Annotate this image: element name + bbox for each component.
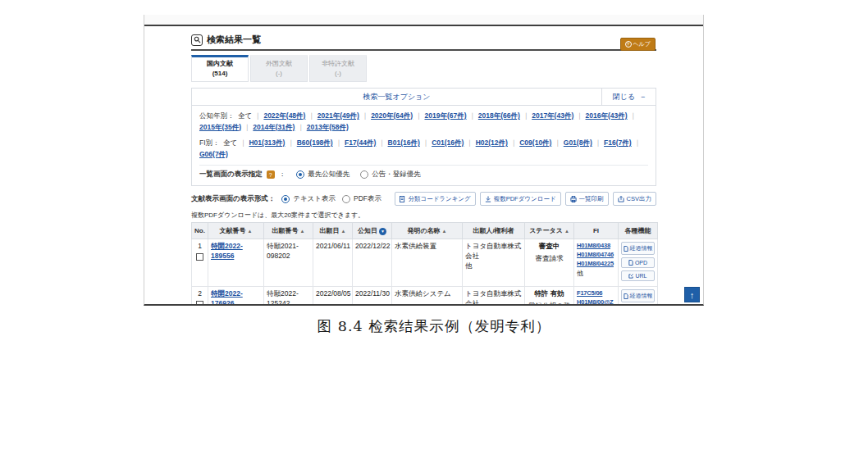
radio-label: テキスト表示 xyxy=(293,194,336,204)
publication-date: 2022/12/22 xyxy=(355,242,391,250)
row-number: 2 xyxy=(198,289,202,298)
fi-filter-link[interactable]: B60(198件) xyxy=(285,139,332,147)
year-filter-link[interactable]: 2017年(43件) xyxy=(520,111,573,120)
radio-first-publication-priority[interactable]: 最先公知優先 xyxy=(296,170,349,179)
opd-button[interactable]: OPD xyxy=(621,257,655,268)
jplatpat-app: ? ヘルプ 検索結果一覧 国内文献 (514) 外国文献 (-) xyxy=(144,28,703,304)
options-title[interactable]: 検索一覧オプション xyxy=(192,89,601,105)
header-status[interactable]: ステータス▲ xyxy=(525,223,574,239)
fi-filter-link[interactable]: B01(16件) xyxy=(376,139,420,147)
question-icon: ? xyxy=(625,41,632,48)
header-publication-date[interactable]: 公知日▼ xyxy=(353,223,392,239)
radio-unselected-icon xyxy=(360,170,368,179)
tab-foreign-documents[interactable]: 外国文献 (-) xyxy=(250,55,308,82)
year-filter-link[interactable]: 2019年(67件) xyxy=(413,111,466,120)
progress-info-button[interactable]: 経過情報 xyxy=(621,289,655,302)
filing-date-cell: 2021/06/11 xyxy=(313,239,353,287)
help-button[interactable]: ? ヘルプ xyxy=(620,38,656,51)
button-label: 一覧印刷 xyxy=(579,195,604,203)
table-row: 2 特開2022-176926 特願2022-125242 2022/08/05… xyxy=(192,287,658,304)
button-label: URL xyxy=(635,273,646,279)
header-filing-date[interactable]: 出願日▲ xyxy=(313,223,353,239)
classification-ranking-button[interactable]: 分類コードランキング xyxy=(395,192,475,206)
button-label: 経過情報 xyxy=(630,292,653,300)
fi-filter-link[interactable]: F16(7件) xyxy=(592,139,632,147)
row-checkbox[interactable] xyxy=(196,253,203,261)
row-number: 1 xyxy=(198,242,202,250)
document-number-link[interactable]: 特開2022-189556 xyxy=(211,242,243,260)
header-invention-title[interactable]: 発明の名称▲ xyxy=(392,223,463,239)
fi-filter-link[interactable]: G01(8件) xyxy=(551,139,592,147)
print-list-button[interactable]: 一覧印刷 xyxy=(565,192,609,206)
year-filter-link[interactable]: 2018年(66件) xyxy=(467,111,520,120)
header-doc-number[interactable]: 文献番号▲ xyxy=(208,223,264,239)
document-icon xyxy=(624,246,628,252)
row-checkbox[interactable] xyxy=(196,301,203,304)
url-button[interactable]: URL xyxy=(621,270,655,281)
options-body: 公知年別： 全て2022年(48件)2021年(49件)2020年(64件)20… xyxy=(192,106,656,185)
tab-nonpatent-documents[interactable]: 非特許文献 (-) xyxy=(309,55,367,82)
year-filter-link[interactable]: 2016年(43件) xyxy=(573,111,627,120)
button-label: OPD xyxy=(635,260,647,266)
help-icon[interactable]: ? xyxy=(267,170,275,179)
multi-pdf-download-button[interactable]: 複数PDFダウンロード xyxy=(480,192,561,206)
button-label: CSV出力 xyxy=(627,195,651,203)
year-filter-all: 全て xyxy=(238,111,252,120)
year-filter-link[interactable]: 2022年(48件) xyxy=(252,111,305,120)
external-link-icon xyxy=(628,274,633,279)
app-number-cell: 特願2021-098202 xyxy=(264,239,313,287)
export-icon xyxy=(618,196,624,202)
progress-info-button[interactable]: 経過情報 xyxy=(621,242,655,255)
tab-label: 外国文献 xyxy=(251,59,307,69)
fi-code-link[interactable]: H01M8/00@Z xyxy=(577,298,615,304)
table-header-row: No. 文献番号▲ 出願番号▲ 出願日▲ 公知日▼ 発明の名称▲ 出願人/権利者… xyxy=(192,223,658,239)
fi-code-link[interactable]: H01M8/04225 xyxy=(577,260,615,269)
invention-title: 水素供給システム xyxy=(395,289,451,298)
fi-filter-link[interactable]: H01(313件) xyxy=(237,139,285,147)
tab-domestic-documents[interactable]: 国内文献 (514) xyxy=(191,55,249,82)
year-filter-link[interactable]: 2014年(31件) xyxy=(241,123,295,131)
radio-registration-priority[interactable]: 公告・登録優先 xyxy=(360,170,421,179)
radio-label: 最先公知優先 xyxy=(308,170,349,179)
year-filter-link[interactable]: 2021年(49件) xyxy=(305,111,359,120)
csv-export-button[interactable]: CSV出力 xyxy=(613,192,656,206)
invention-title-cell: 水素供給システム xyxy=(392,287,463,304)
back-to-top-button[interactable]: ↑ xyxy=(684,287,700,302)
table-row: 1 特開2022-189556 特願2021-098202 2021/06/11… xyxy=(192,239,658,287)
radio-text-display[interactable]: テキスト表示 xyxy=(281,194,336,204)
header-applicant: 出願人/権利者 xyxy=(463,223,525,239)
fi-filter-link[interactable]: C09(10件) xyxy=(508,139,552,147)
fi-code-link[interactable]: H01M8/04746 xyxy=(577,251,615,260)
display-format-label: 文献表示画面の表示形式： xyxy=(191,194,275,204)
functions-cell: 経過情報 OPD URL xyxy=(619,287,658,304)
document-page: ? ヘルプ 検索結果一覧 国内文献 (514) 外国文献 (-) xyxy=(0,0,868,468)
page-title: 検索結果一覧 xyxy=(207,34,261,46)
fi-code-link[interactable]: F17C5/06 xyxy=(577,289,615,298)
header-label: 公知日 xyxy=(358,227,377,234)
header-functions: 各種機能 xyxy=(619,223,658,239)
year-filter-link[interactable]: 2020年(64件) xyxy=(359,111,413,120)
sort-asc-icon: ▲ xyxy=(564,229,569,234)
radio-pdf-display[interactable]: PDF表示 xyxy=(342,194,381,204)
header-label: 出願番号 xyxy=(272,227,299,234)
year-filter-label: 公知年別： xyxy=(199,111,235,120)
document-number-link[interactable]: 特開2022-176926 xyxy=(211,289,243,304)
tab-bar: 国内文献 (514) 外国文献 (-) 非特許文献 (-) xyxy=(191,55,656,82)
fi-cell: H01M8/0438 H01M8/04746 H01M8/04225 他 xyxy=(574,239,619,287)
search-options-panel: 検索一覧オプション 閉じる − 公知年別： 全て2022年(48件)2021年(… xyxy=(191,88,656,186)
pdf-download-note: 複数PDFダウンロードは、最大20案件まで選択できます。 xyxy=(191,211,656,220)
header-fi: FI xyxy=(574,223,619,239)
radio-selected-icon xyxy=(296,170,304,179)
header-label: 出願日 xyxy=(320,227,340,234)
header-app-number[interactable]: 出願番号▲ xyxy=(264,223,313,239)
applicant-etc: 他 xyxy=(465,261,522,271)
fi-filter-link[interactable]: C01(16件) xyxy=(420,139,464,147)
fi-code-link[interactable]: H01M8/0438 xyxy=(577,242,615,251)
fi-filter-row: FI別： 全てH01(313件)B60(198件)F17(44件)B01(16件… xyxy=(199,138,648,160)
options-close-control[interactable]: 閉じる − xyxy=(601,89,656,105)
browser-edge xyxy=(144,15,703,26)
invention-title-cell: 水素供給装置 xyxy=(392,239,463,287)
year-filter-link[interactable]: 2013年(58件) xyxy=(295,123,348,131)
fi-filter-link[interactable]: H02(12件) xyxy=(464,139,508,147)
fi-filter-link[interactable]: F17(44件) xyxy=(333,139,377,147)
